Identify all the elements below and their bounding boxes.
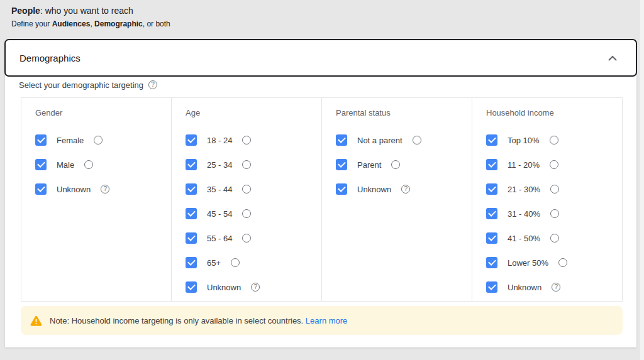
checkbox-checked[interactable] <box>486 232 497 244</box>
checkbox-label: Unknown <box>57 185 91 194</box>
help-circle-icon[interactable] <box>413 136 421 145</box>
help-circle-icon[interactable] <box>550 234 559 243</box>
check-icon <box>187 233 196 241</box>
column-header: Gender <box>35 108 166 118</box>
check-icon <box>338 184 346 192</box>
help-circle-icon[interactable]: ? <box>148 80 157 89</box>
targeting-subtitle: Select your demographic targeting <box>19 80 143 90</box>
checkbox-row[interactable]: 45 - 54 <box>186 207 316 220</box>
checkbox-checked[interactable] <box>35 134 47 146</box>
help-circle-icon[interactable] <box>550 209 559 218</box>
check-icon <box>488 258 496 266</box>
checkbox-row[interactable]: 31 - 40% <box>486 207 617 220</box>
checkbox-label: 65+ <box>207 258 221 268</box>
demographics-panel: Demographics Select your demographic tar… <box>5 40 636 347</box>
page-subtitle-demographic: Demographic <box>94 19 143 28</box>
help-circle-icon[interactable] <box>242 209 251 218</box>
checkbox-row[interactable]: Unknown ? <box>486 281 617 293</box>
note-text-wrap: Note: Household income targeting is only… <box>50 316 347 325</box>
help-circle-icon[interactable] <box>242 136 251 145</box>
checkbox-label: 18 - 24 <box>207 136 232 145</box>
checkbox-row[interactable]: Top 10% <box>486 134 617 146</box>
checkbox-label: 25 - 34 <box>207 160 232 170</box>
checkbox-checked[interactable] <box>486 281 497 293</box>
check-icon <box>37 135 45 143</box>
help-circle-icon[interactable] <box>231 258 240 267</box>
checkbox-checked[interactable] <box>35 159 47 170</box>
checkbox-row[interactable]: Not a parent <box>336 134 467 146</box>
check-icon <box>187 258 196 266</box>
help-circle-icon[interactable]: ? <box>552 283 560 292</box>
screen: People: who you want to reach Define you… <box>0 0 644 360</box>
help-circle-icon[interactable]: ? <box>401 185 410 194</box>
checkbox-checked[interactable] <box>336 134 347 146</box>
help-circle-icon[interactable] <box>391 160 400 169</box>
page-subtitle: Define your Audiences, Demographic, or b… <box>11 19 170 30</box>
warning-triangle-icon <box>30 315 42 326</box>
checkbox-row[interactable]: 55 - 64 <box>186 232 316 244</box>
checkbox-checked[interactable] <box>186 208 197 219</box>
checkbox-row[interactable]: Unknown ? <box>35 183 166 195</box>
scrollbar-track[interactable] <box>640 0 644 360</box>
help-circle-icon[interactable] <box>84 160 93 169</box>
checkbox-checked[interactable] <box>486 134 497 146</box>
checkbox-row[interactable]: 25 - 34 <box>186 158 316 171</box>
checkbox-row[interactable]: Unknown ? <box>336 183 467 195</box>
checkbox-checked[interactable] <box>486 183 497 195</box>
chevron-up-icon[interactable] <box>608 55 617 61</box>
checkbox-checked[interactable] <box>186 183 197 195</box>
help-circle-icon[interactable] <box>550 185 559 194</box>
help-circle-icon[interactable]: ? <box>101 185 109 194</box>
check-icon <box>338 135 346 143</box>
check-icon <box>488 233 496 241</box>
checkbox-checked[interactable] <box>186 281 197 293</box>
checkbox-label: Male <box>57 160 74 170</box>
checkbox-row[interactable]: 65+ <box>186 256 316 269</box>
checkbox-row[interactable]: 18 - 24 <box>186 134 316 146</box>
checkbox-checked[interactable] <box>336 159 347 170</box>
help-circle-icon[interactable]: ? <box>251 283 260 292</box>
check-icon <box>187 160 196 168</box>
check-icon <box>488 160 496 168</box>
checkbox-checked[interactable] <box>186 232 197 244</box>
checkbox-checked[interactable] <box>186 134 197 146</box>
checkbox-row[interactable]: Parent <box>336 158 467 171</box>
help-circle-icon[interactable] <box>94 136 103 145</box>
checkbox-checked[interactable] <box>186 257 197 268</box>
checkbox-row[interactable]: Unknown ? <box>186 281 316 293</box>
checkbox-checked[interactable] <box>336 183 347 195</box>
help-circle-icon[interactable] <box>558 258 567 267</box>
checkbox-checked[interactable] <box>486 208 497 219</box>
checkbox-checked[interactable] <box>486 257 497 268</box>
help-circle-icon[interactable] <box>242 160 251 169</box>
checkbox-label: 35 - 44 <box>207 185 232 194</box>
checkbox-row[interactable]: 35 - 44 <box>186 183 316 195</box>
checkbox-row[interactable]: 41 - 50% <box>486 232 617 244</box>
help-circle-icon[interactable] <box>550 136 558 145</box>
note-text: Note: Household income targeting is only… <box>50 316 303 325</box>
demographic-column: Household income Top 10% 11 - 20% 21 - 3… <box>472 98 622 301</box>
checkbox-row[interactable]: Lower 50% <box>486 256 617 269</box>
demographics-section-header[interactable]: Demographics <box>4 39 637 77</box>
check-icon <box>187 184 196 192</box>
checkbox-checked[interactable] <box>486 159 497 170</box>
help-circle-icon[interactable] <box>242 185 251 194</box>
column-rows: 18 - 24 25 - 34 35 - 44 45 - 54 55 - 64 … <box>186 134 316 293</box>
check-icon <box>488 184 496 192</box>
note-banner: Note: Household income targeting is only… <box>21 306 623 335</box>
help-circle-icon[interactable] <box>242 234 251 243</box>
checkbox-row[interactable]: 21 - 30% <box>486 183 617 195</box>
checkbox-label: Lower 50% <box>508 258 548 268</box>
checkbox-row[interactable]: Female <box>35 134 166 146</box>
checkbox-checked[interactable] <box>186 159 197 170</box>
checkbox-label: Female <box>57 136 84 145</box>
checkbox-label: Not a parent <box>357 136 402 145</box>
help-circle-icon[interactable] <box>550 160 558 169</box>
checkbox-label: Unknown <box>508 283 541 292</box>
column-rows: Top 10% 11 - 20% 21 - 30% 31 - 40% 41 - … <box>486 134 617 293</box>
checkbox-row[interactable]: Male <box>35 158 166 171</box>
checkbox-row[interactable]: 11 - 20% <box>486 158 617 171</box>
learn-more-link[interactable]: Learn more <box>306 316 347 325</box>
checkbox-checked[interactable] <box>35 183 47 195</box>
check-icon <box>187 135 196 143</box>
